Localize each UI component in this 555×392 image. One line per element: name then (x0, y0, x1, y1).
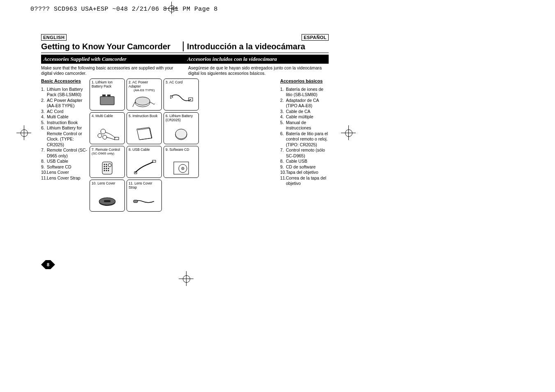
list-number: 7. (41, 148, 47, 159)
coin-icon (164, 126, 198, 142)
svg-rect-34 (134, 200, 138, 203)
list-text: Remote Control (SC-D965 only) (47, 148, 88, 159)
title-rule (41, 53, 329, 53)
list-number: 3. (280, 109, 286, 115)
list-text: Correa de la tapa del objetivo (286, 175, 329, 187)
remote-icon (90, 159, 124, 176)
svg-point-18 (106, 166, 107, 167)
list-text: Lithium Battery for Remote Control or Cl… (47, 125, 88, 148)
accessory-tile: 9. Software CD (164, 146, 199, 178)
list-text: Lithium Ion Battery Pack (SB-LSM80) (47, 87, 88, 98)
list-item: 4.Cable múltiple (280, 114, 329, 120)
adapter-icon (127, 92, 161, 108)
accessory-tile: 11. Lens Cover Strap (127, 180, 162, 212)
svg-point-21 (108, 168, 109, 169)
list-text: USB Cable (47, 159, 88, 164)
list-item: 5.Manual de instrucciones (280, 120, 329, 131)
svg-point-8 (98, 134, 102, 138)
list-heading-es: Accesorios básicos (280, 78, 329, 84)
svg-point-17 (104, 166, 105, 167)
accessory-tile: 5. Instruction Book (127, 112, 162, 144)
list-item: 10.Tapa del objetivo (280, 170, 329, 175)
list-number: 1. (280, 87, 286, 98)
svg-rect-3 (107, 95, 111, 97)
list-item: 9.CD de software (280, 164, 329, 170)
list-item: 4.Multi Cable (41, 114, 88, 120)
accessory-label: 11. Lens Cover Strap (129, 181, 160, 189)
list-text: Software CD (47, 164, 88, 170)
accessory-label: 5. Instruction Book (129, 114, 160, 118)
list-item: 10.Lens Cover (41, 170, 88, 175)
svg-point-9 (103, 135, 107, 139)
list-item: 2.Adaptador de CA (TIPO AA-E8) (280, 98, 329, 109)
registration-mark-right (341, 125, 356, 140)
svg-rect-2 (102, 95, 106, 97)
list-text: Lens Cover Strap (47, 175, 88, 181)
intro-text-en: Make sure that the following basic acces… (41, 65, 185, 76)
list-heading-en: Basic Accessories (41, 78, 88, 84)
list-item: 5.Instruction Book (41, 120, 88, 126)
list-item: 7.Remote Control (SC-D965 only) (41, 148, 88, 159)
list-number: 2. (41, 98, 47, 109)
list-number: 4. (41, 114, 47, 120)
list-item: 7.Control remoto (sólo SC-D965) (280, 148, 329, 159)
language-label-english: ENGLISH (41, 34, 67, 41)
accessory-tile: 4. Multi Cable (90, 112, 125, 144)
svg-point-16 (106, 164, 107, 165)
list-item: 9.Software CD (41, 164, 88, 170)
section-title-en: Getting to Know Your Camcorder (41, 42, 183, 51)
book-icon (127, 126, 161, 142)
list-number: 11. (41, 175, 47, 181)
svg-point-23 (106, 170, 107, 171)
accessory-label: 7. Remote Control (92, 148, 123, 152)
list-number: 6. (41, 125, 47, 148)
list-number: 9. (280, 164, 286, 170)
accessory-grid: 1. Lithium Ion Battery Pack2. AC Power A… (90, 78, 200, 212)
list-number: 5. (280, 120, 286, 131)
list-item: 2.AC Power Adapter (AA-E8 TYPE) (41, 98, 88, 109)
list-text: Tapa del objetivo (286, 170, 329, 175)
svg-point-20 (106, 168, 107, 169)
svg-point-19 (104, 168, 105, 169)
cord-icon (164, 92, 198, 108)
list-number: 3. (41, 109, 47, 115)
page-content: ENGLISH ESPAÑOL Getting to Know Your Cam… (41, 34, 329, 212)
list-text: Control remoto (sólo SC-D965) (286, 148, 329, 159)
list-number: 8. (41, 159, 47, 164)
accessory-label: 4. Multi Cable (92, 114, 123, 118)
accessory-label: 6. Lithium Battery (CR2025) (166, 114, 197, 122)
list-text: Manual de instrucciones (286, 120, 329, 131)
accessory-tile: 7. Remote Control(SC-D965 only) (90, 146, 125, 178)
list-number: 8. (280, 159, 286, 164)
accessory-label: 3. AC Cord (166, 80, 197, 84)
accessory-tile: 1. Lithium Ion Battery Pack (90, 78, 125, 111)
list-text: Adaptador de CA (TIPO AA-E8) (286, 98, 329, 109)
list-item: 3.AC Cord (41, 109, 88, 115)
list-number: 9. (41, 164, 47, 170)
print-slug: 0???? SCD963 USA+ESP ~048 2/21/06 8:41 P… (30, 6, 218, 13)
section-title-es: Introducción a la videocámara (183, 42, 329, 51)
list-item: 8.Cable USB (280, 159, 329, 164)
accessory-tile: 6. Lithium Battery (CR2025) (164, 112, 199, 144)
subsection-bar-en: Accessories Supplied with Camcorder (41, 55, 185, 64)
list-text: Lens Cover (47, 170, 88, 175)
registration-mark-top (168, 4, 175, 13)
list-item: 11.Lens Cover Strap (41, 175, 88, 181)
accessory-label: 1. Lithium Ion Battery Pack (92, 80, 123, 88)
language-label-spanish: ESPAÑOL (302, 34, 329, 41)
accessory-tile: 10. Lens Cover (90, 180, 125, 212)
list-number: 10. (280, 170, 286, 175)
list-item: 11.Correa de la tapa del objetivo (280, 175, 329, 187)
list-item: 1.Lithium Ion Battery Pack (SB-LSM80) (41, 87, 88, 98)
list-text: Cable de CA (286, 109, 329, 115)
accessory-label: 8. USB Cable (129, 148, 160, 152)
svg-point-12 (175, 129, 187, 139)
list-text: Batería de litio para el control remoto … (286, 131, 329, 148)
cd-icon (164, 159, 198, 176)
accessory-label: 10. Lens Cover (92, 181, 123, 185)
list-number: 6. (280, 131, 286, 148)
accessory-label: 2. AC Power Adapter (129, 80, 160, 88)
battery-icon (90, 92, 124, 108)
svg-point-7 (101, 129, 106, 134)
list-item: 3.Cable de CA (280, 109, 329, 115)
